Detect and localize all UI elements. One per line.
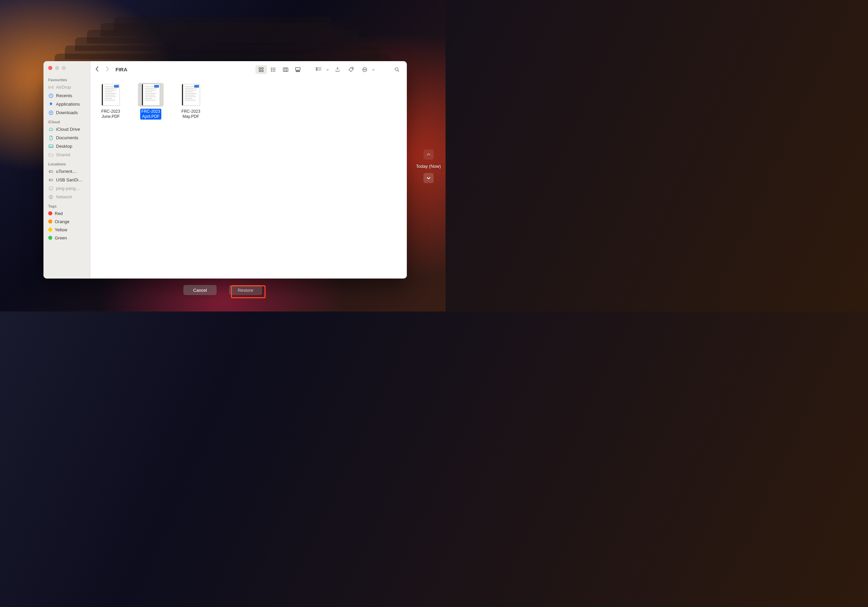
sidebar-section-favourites: Favourites AirDrop Recents Applications	[43, 77, 90, 117]
tag-dot-icon	[48, 228, 52, 232]
sidebar-item-recents[interactable]: Recents	[43, 92, 90, 100]
sidebar-heading: Tags	[43, 203, 90, 209]
main-pane: FIRA	[90, 61, 407, 278]
svg-point-7	[50, 180, 50, 180]
svg-rect-12	[259, 70, 261, 72]
tag-dot-icon	[48, 236, 52, 240]
sidebar-item-label: ping-pang…	[56, 186, 80, 191]
svg-point-0	[50, 87, 52, 88]
restore-button[interactable]: Restore	[229, 285, 262, 295]
timeline-prev-button[interactable]	[423, 149, 434, 160]
sidebar-item-label: USB SanDi…	[56, 177, 83, 182]
sidebar-item-documents[interactable]: Documents	[43, 134, 90, 142]
svg-rect-10	[259, 68, 261, 69]
sidebar-section-tags: Tags Red Orange Yellow Green	[43, 203, 90, 242]
zoom-window-button[interactable]	[62, 66, 66, 70]
sidebar-item-tag-green[interactable]: Green	[43, 234, 90, 242]
traffic-lights	[43, 65, 90, 75]
sidebar-item-label: Recents	[56, 93, 72, 98]
file-item[interactable]: FRC-2023 June.PDF	[96, 83, 125, 120]
svg-rect-17	[283, 68, 288, 71]
svg-point-24	[352, 68, 352, 68]
view-columns-button[interactable]	[280, 65, 291, 74]
apps-icon	[48, 102, 54, 107]
sidebar-heading: iCloud	[43, 119, 90, 125]
disk-icon	[48, 177, 54, 183]
svg-point-16	[271, 71, 272, 71]
svg-rect-21	[299, 71, 299, 71]
desktop-icon	[48, 144, 54, 149]
file-grid: FRC-2023 June.PDF FRC-2023 April.PDF	[90, 78, 407, 278]
sidebar-item-utorrent[interactable]: uTorrent…	[43, 167, 90, 175]
action-menu-button[interactable]	[360, 65, 370, 74]
sidebar: Favourites AirDrop Recents Applications	[43, 61, 90, 278]
folder-title: FIRA	[115, 67, 127, 72]
sidebar-item-tag-orange[interactable]: Orange	[43, 217, 90, 225]
file-item-selected[interactable]: FRC-2023 April.PDF	[136, 83, 165, 120]
share-button[interactable]	[332, 65, 343, 74]
svg-rect-20	[298, 71, 298, 71]
view-gallery-button[interactable]	[292, 65, 304, 74]
file-thumb	[138, 83, 164, 107]
sidebar-item-label: Network	[56, 194, 72, 199]
svg-point-29	[395, 68, 398, 71]
cancel-button[interactable]: Cancel	[183, 285, 217, 295]
sidebar-section-icloud: iCloud iCloud Drive Documents Desktop	[43, 119, 90, 159]
file-label: FRC-2023 May.PDF	[180, 109, 201, 120]
view-switch	[255, 65, 304, 75]
sidebar-item-label: Red	[55, 211, 63, 216]
finder-window: Favourites AirDrop Recents Applications	[43, 61, 407, 278]
download-icon	[48, 110, 54, 115]
computer-icon	[48, 186, 54, 191]
file-thumb	[178, 83, 204, 107]
sidebar-item-applications[interactable]: Applications	[43, 100, 90, 109]
document-icon	[48, 135, 54, 141]
sidebar-item-shared[interactable]: Shared	[43, 151, 90, 159]
timeline-panel: Today (Now)	[416, 149, 441, 183]
sidebar-item-label: Orange	[55, 219, 69, 224]
svg-rect-11	[262, 68, 264, 69]
globe-icon	[48, 194, 54, 200]
view-list-button[interactable]	[268, 65, 279, 74]
tags-button[interactable]	[346, 65, 356, 74]
search-button[interactable]	[392, 65, 402, 74]
sidebar-item-tag-yellow[interactable]: Yellow	[43, 225, 90, 234]
group-button[interactable]	[314, 65, 324, 74]
sidebar-item-label: Applications	[56, 102, 80, 107]
sidebar-item-tag-red[interactable]: Red	[43, 209, 90, 217]
svg-rect-8	[49, 187, 53, 189]
svg-point-15	[271, 69, 272, 70]
svg-point-28	[366, 69, 366, 70]
sidebar-item-downloads[interactable]: Downloads	[43, 109, 90, 117]
svg-rect-22	[316, 67, 317, 68]
svg-rect-23	[316, 69, 317, 70]
nav-forward-button[interactable]	[105, 66, 109, 73]
sidebar-item-network[interactable]: Network	[43, 193, 90, 201]
sidebar-item-airdrop[interactable]: AirDrop	[43, 83, 90, 92]
sidebar-heading: Favourites	[43, 77, 90, 83]
sidebar-item-label: Green	[55, 235, 67, 241]
sidebar-section-locations: Locations uTorrent… USB SanDi… ping-pang…	[43, 161, 90, 201]
timeline-label: Today (Now)	[416, 164, 441, 169]
tag-dot-icon	[48, 211, 52, 215]
minimize-window-button[interactable]	[55, 66, 59, 70]
chevron-down-icon	[372, 67, 375, 73]
sidebar-item-pingpang[interactable]: ping-pang…	[43, 184, 90, 193]
sidebar-item-desktop[interactable]: Desktop	[43, 142, 90, 151]
view-icons-button[interactable]	[256, 65, 267, 74]
file-label: FRC-2023 June.PDF	[100, 109, 121, 120]
timeline-next-button[interactable]	[423, 173, 434, 183]
sidebar-item-usb[interactable]: USB SanDi…	[43, 175, 90, 184]
nav-back-button[interactable]	[95, 66, 99, 73]
svg-rect-18	[296, 68, 300, 70]
tag-dot-icon	[48, 219, 52, 224]
sidebar-item-icloud-drive[interactable]: iCloud Drive	[43, 125, 90, 134]
svg-rect-19	[296, 71, 297, 71]
sidebar-item-label: Desktop	[56, 144, 72, 149]
clock-icon	[48, 93, 54, 98]
close-window-button[interactable]	[48, 66, 52, 70]
file-item[interactable]: FRC-2023 May.PDF	[177, 83, 205, 120]
svg-rect-13	[262, 70, 264, 72]
file-thumb	[98, 83, 124, 107]
sidebar-item-label: Downloads	[56, 110, 78, 115]
